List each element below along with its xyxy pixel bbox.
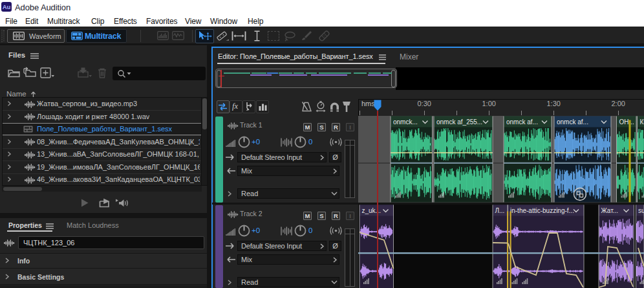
svg-text:onmck af...: onmck af... — [506, 118, 538, 126]
svg-text:OH...: OH... — [619, 118, 634, 126]
svg-text:onmck af...: onmck af... — [557, 118, 588, 126]
svg-text:Жат...: Жат... — [601, 207, 619, 214]
svg-text:onmck af_255...: onmck af_255... — [436, 118, 482, 126]
svg-text:onmck...: onmck... — [393, 118, 418, 126]
svg-text:sur...: sur... — [638, 207, 644, 214]
svg-text:КЦ...: КЦ... — [640, 118, 644, 126]
svg-text:in-the-attic-buzzing-f...: in-the-attic-buzzing-f... — [510, 207, 574, 214]
svg-text:Л...: Л... — [495, 207, 505, 214]
